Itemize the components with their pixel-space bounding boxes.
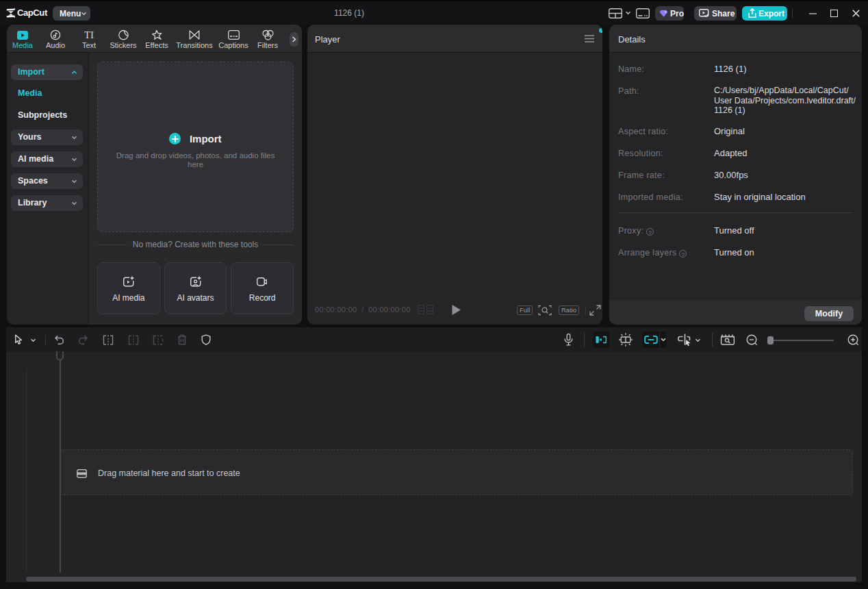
svg-text:TI: TI [84,29,94,40]
